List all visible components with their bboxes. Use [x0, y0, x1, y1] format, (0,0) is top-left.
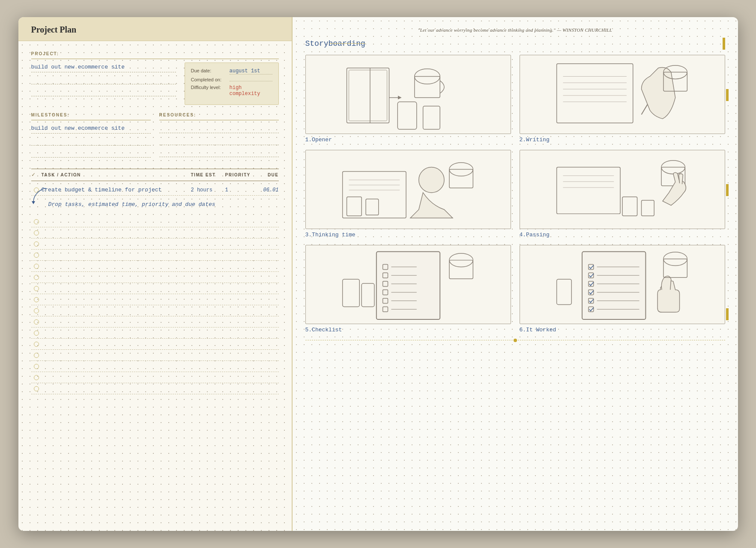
task-circle-icon: [34, 319, 39, 325]
task-row-due: 06.01: [255, 187, 279, 193]
svg-rect-31: [622, 197, 637, 216]
table-row: [31, 283, 279, 294]
milestone-value: build out new ecommerce site: [31, 124, 151, 134]
arrow-icon: [29, 185, 53, 206]
table-row: Create budget & timeline for project 2 h…: [31, 185, 279, 196]
task-circle-icon: [34, 364, 39, 369]
task-circle-icon: [34, 253, 39, 258]
svg-rect-16: [342, 171, 406, 218]
sketch-svg-5: [306, 245, 511, 324]
svg-rect-65: [556, 279, 571, 304]
page-title: Project Plan: [31, 25, 279, 35]
completed-row: Completed on:: [191, 77, 272, 82]
svg-rect-2: [349, 70, 387, 121]
table-row: [31, 316, 279, 328]
resources-col: RESOURCES:: [159, 113, 279, 160]
table-row: [31, 250, 279, 261]
task-circle-icon: [34, 219, 39, 224]
table-row: [31, 361, 279, 372]
table-row: [31, 383, 279, 394]
project-name-value: build out new ecommerce site: [31, 64, 125, 70]
storyboard-header: Storyboarding: [305, 39, 725, 48]
left-page-header: Project Plan: [18, 17, 292, 41]
svg-rect-19: [449, 170, 472, 188]
sketch-svg-2: [520, 55, 725, 134]
sketch-box-4: [520, 150, 725, 229]
sketch-svg-1: [306, 55, 511, 134]
panel-label-1: 1.Opener: [305, 137, 511, 143]
storyboard-cell-6: 6.It Worked: [520, 245, 725, 333]
difficulty-row: Difficulty level: high complexity: [191, 85, 272, 97]
accent-mark-bottom-icon: [726, 308, 729, 320]
due-date-value: august 1st: [230, 68, 272, 74]
storyboard-cell-4: 4.Passing: [520, 150, 725, 238]
storyboard-cell-5: 5.Checklist: [305, 245, 511, 333]
storyboard-grid: 1.Opener: [305, 55, 725, 333]
task-table-header: ✓ TASK / ACTION TIME EST PRIORITY DUE: [31, 169, 279, 181]
task-time-header: TIME EST: [191, 173, 225, 177]
task-circle-icon: [34, 230, 39, 235]
svg-rect-8: [556, 64, 633, 123]
table-row: [31, 272, 279, 283]
svg-rect-1: [347, 68, 389, 123]
left-page-content: PROJECT: build out new ecommerce site Du…: [18, 41, 292, 531]
task-table: ✓ TASK / ACTION TIME EST PRIORITY DUE Cr…: [31, 169, 279, 394]
task-check-header: ✓: [31, 172, 42, 178]
sketch-svg-6: [520, 245, 725, 324]
milestones-resources-section: MILESTONES: build out new ecommerce site…: [31, 113, 279, 160]
storyboard-cell-2: 2.Writing: [520, 55, 725, 143]
bottom-rule: [305, 340, 725, 340]
task-circle-icon: [34, 297, 39, 302]
table-row: [31, 305, 279, 316]
task-circle-icon: [34, 331, 39, 336]
book: Project Plan PROJECT: build out new ecom…: [18, 17, 738, 531]
svg-rect-21: [366, 199, 379, 215]
project-name-field2: [31, 75, 176, 84]
sketch-svg-4: [520, 150, 725, 229]
milestone-text: build out new ecommerce site: [31, 125, 125, 131]
table-row: [31, 216, 279, 227]
task-circle-icon: [34, 308, 39, 313]
sketch-box-5: [305, 245, 511, 324]
panel-label-3: 3.Thinking time: [305, 232, 511, 238]
table-row: [31, 339, 279, 350]
resource-field1: [159, 124, 279, 133]
milestone-field3: [31, 148, 151, 158]
accent-mark-icon: [726, 89, 729, 101]
accent-mark-icon: [726, 184, 729, 196]
milestones-label: MILESTONES:: [31, 113, 151, 117]
storyboard-cell-3: 3.Thinking time: [305, 150, 511, 238]
svg-marker-0: [32, 201, 35, 204]
storyboard-cell-1: 1.Opener: [305, 55, 511, 143]
svg-rect-46: [342, 279, 359, 307]
svg-rect-6: [397, 102, 417, 129]
table-row: [31, 238, 279, 250]
resources-label: RESOURCES:: [159, 113, 279, 117]
task-name-header: TASK / ACTION: [42, 173, 191, 177]
task-circle-icon: [34, 275, 39, 280]
svg-rect-47: [362, 283, 374, 307]
table-row: [31, 294, 279, 305]
table-row: [31, 227, 279, 238]
svg-rect-25: [556, 167, 620, 214]
task-due-header: DUE: [255, 173, 279, 177]
table-row: [31, 328, 279, 339]
completed-label: Completed on:: [191, 77, 230, 82]
project-info-row: build out new ecommerce site Due date: a…: [31, 63, 279, 105]
resource-field2: [159, 136, 279, 145]
task-circle-icon: [34, 286, 39, 291]
task-circle-icon: [34, 386, 39, 391]
table-row: [31, 350, 279, 361]
completed-value: [230, 81, 272, 81]
svg-rect-49: [449, 260, 472, 279]
annotation-text: Drop tasks, estimated time, priority and…: [48, 201, 215, 208]
accent-dot-icon: [514, 339, 517, 342]
task-row-priority: 1: [225, 187, 255, 193]
quote-text: "Let our advance worrying become advance…: [305, 27, 725, 33]
task-circle-icon: [34, 353, 39, 358]
panel-label-4: 4.Passing: [520, 232, 725, 238]
task-circle-icon: [34, 264, 39, 269]
table-row: [31, 261, 279, 272]
resource-field3: [159, 148, 279, 157]
panel-label-2: 2.Writing: [520, 137, 725, 143]
